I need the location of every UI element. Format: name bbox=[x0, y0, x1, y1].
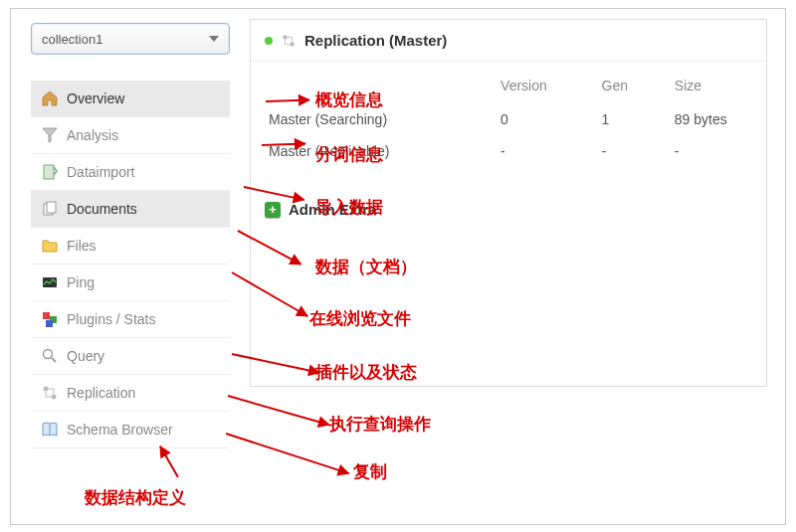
sidebar-item-plugins[interactable]: Plugins / Stats bbox=[31, 301, 230, 338]
svg-rect-0 bbox=[44, 165, 54, 179]
row-gen: 1 bbox=[584, 103, 657, 135]
table-header bbox=[251, 68, 483, 103]
svg-point-12 bbox=[283, 35, 287, 39]
funnel-icon bbox=[41, 126, 59, 144]
home-icon bbox=[41, 89, 59, 107]
sidebar-item-label: Dataimport bbox=[67, 164, 134, 180]
svg-rect-6 bbox=[46, 320, 53, 327]
table-header: Version bbox=[483, 68, 583, 103]
annotation-query: 执行查询操作 bbox=[329, 413, 431, 436]
table-header: Size bbox=[657, 68, 766, 103]
sidebar-item-analysis[interactable]: Analysis bbox=[31, 117, 230, 154]
sidebar: Overview Analysis Dataimport Documents F… bbox=[31, 81, 230, 448]
row-version: 0 bbox=[483, 103, 583, 135]
sidebar-item-label: Files bbox=[67, 238, 97, 254]
sidebar-item-label: Documents bbox=[67, 201, 137, 217]
sidebar-item-label: Replication bbox=[67, 385, 135, 401]
ping-icon bbox=[41, 273, 59, 291]
sidebar-item-label: Schema Browser bbox=[67, 422, 173, 438]
sidebar-item-label: Query bbox=[67, 348, 104, 364]
replication-panel: Replication (Master) Version Gen Size Ma… bbox=[250, 19, 767, 387]
admin-extra-item[interactable]: + Admin Extra bbox=[251, 189, 766, 230]
collection-selector[interactable]: collection1 bbox=[31, 23, 230, 55]
sidebar-item-files[interactable]: Files bbox=[31, 228, 230, 265]
sidebar-item-dataimport[interactable]: Dataimport bbox=[31, 154, 230, 191]
row-gen: - bbox=[584, 135, 657, 167]
annotation-arrow bbox=[228, 395, 329, 426]
panel-header: Replication (Master) bbox=[251, 20, 766, 62]
status-dot-icon bbox=[265, 37, 273, 45]
row-size: - bbox=[657, 135, 766, 167]
replication-table: Version Gen Size Master (Searching) 0 1 … bbox=[251, 68, 766, 167]
annotation-replication: 复制 bbox=[353, 460, 387, 483]
row-name: Master (Replicable) bbox=[251, 135, 483, 167]
replication-icon bbox=[281, 33, 297, 49]
folder-icon bbox=[41, 237, 59, 255]
plugins-icon bbox=[41, 310, 59, 328]
svg-point-7 bbox=[44, 350, 53, 359]
svg-point-9 bbox=[44, 387, 49, 392]
sidebar-item-ping[interactable]: Ping bbox=[31, 265, 230, 301]
svg-point-10 bbox=[52, 395, 57, 400]
table-header: Gen bbox=[584, 68, 657, 103]
svg-point-13 bbox=[290, 42, 294, 46]
sidebar-item-label: Overview bbox=[67, 90, 124, 106]
search-icon bbox=[41, 347, 59, 365]
annotation-schema: 数据结构定义 bbox=[85, 486, 186, 509]
table-row: Master (Searching) 0 1 89 bytes bbox=[251, 103, 766, 135]
documents-icon bbox=[41, 200, 59, 218]
table-row: Master (Replicable) - - - bbox=[251, 135, 766, 167]
admin-extra-label: Admin Extra bbox=[289, 201, 376, 218]
row-size: 89 bytes bbox=[657, 103, 766, 135]
app-window: collection1 Overview Analysis Dataimport bbox=[10, 8, 786, 525]
sidebar-item-replication[interactable]: Replication bbox=[31, 375, 230, 412]
row-name: Master (Searching) bbox=[251, 103, 483, 135]
sidebar-item-label: Analysis bbox=[67, 127, 118, 143]
sidebar-item-overview[interactable]: Overview bbox=[31, 81, 230, 117]
svg-line-8 bbox=[52, 358, 56, 362]
annotation-arrow bbox=[226, 433, 349, 474]
sidebar-item-documents[interactable]: Documents bbox=[31, 191, 230, 228]
sidebar-item-label: Plugins / Stats bbox=[67, 311, 156, 327]
replication-icon bbox=[41, 384, 59, 402]
collection-selector-value: collection1 bbox=[42, 32, 209, 47]
annotation-arrow bbox=[159, 445, 179, 477]
sidebar-item-schema[interactable]: Schema Browser bbox=[31, 412, 230, 448]
svg-rect-2 bbox=[47, 202, 56, 213]
book-icon bbox=[41, 421, 59, 439]
panel-title: Replication (Master) bbox=[304, 32, 447, 49]
sidebar-item-query[interactable]: Query bbox=[31, 338, 230, 375]
svg-rect-4 bbox=[43, 312, 50, 319]
sidebar-item-label: Ping bbox=[67, 274, 95, 290]
plus-icon: + bbox=[265, 202, 281, 218]
import-icon bbox=[41, 163, 59, 181]
chevron-down-icon bbox=[209, 36, 219, 42]
row-version: - bbox=[483, 135, 583, 167]
svg-rect-3 bbox=[43, 277, 57, 287]
